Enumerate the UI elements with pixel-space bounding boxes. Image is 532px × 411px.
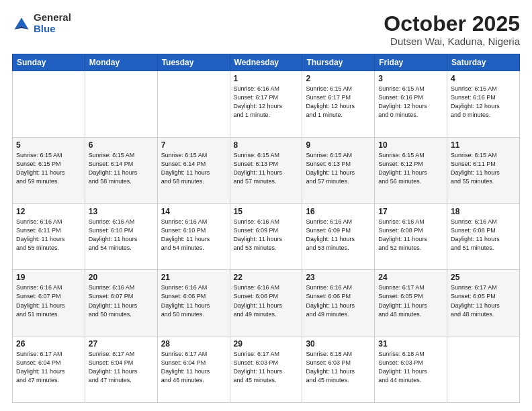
logo-icon <box>12 14 31 33</box>
day-number: 9 <box>306 140 371 150</box>
weekday-header-thursday: Thursday <box>302 54 375 71</box>
day-number: 12 <box>16 207 81 216</box>
day-number: 11 <box>451 140 516 150</box>
day-number: 20 <box>89 273 154 282</box>
day-info: Sunrise: 6:17 AMSunset: 6:04 PMDaylight:… <box>89 350 154 385</box>
logo-text: General Blue <box>34 12 71 34</box>
weekday-header-row: SundayMondayTuesdayWednesdayThursdayFrid… <box>13 54 520 71</box>
day-cell: 5Sunrise: 6:15 AMSunset: 6:15 PMDaylight… <box>13 137 85 203</box>
day-number: 27 <box>89 339 154 349</box>
day-number: 28 <box>161 339 226 349</box>
day-cell: 20Sunrise: 6:16 AMSunset: 6:07 PMDayligh… <box>85 270 157 336</box>
day-number: 16 <box>306 207 371 216</box>
day-info: Sunrise: 6:15 AMSunset: 6:16 PMDaylight:… <box>451 85 516 120</box>
day-info: Sunrise: 6:18 AMSunset: 6:03 PMDaylight:… <box>306 350 371 385</box>
logo-blue-text: Blue <box>34 24 71 35</box>
day-number: 2 <box>306 74 371 83</box>
weekday-header-tuesday: Tuesday <box>157 54 230 71</box>
calendar-table: SundayMondayTuesdayWednesdayThursdayFrid… <box>12 54 520 403</box>
day-number: 8 <box>234 140 299 150</box>
day-number: 7 <box>161 140 226 150</box>
day-cell: 16Sunrise: 6:16 AMSunset: 6:09 PMDayligh… <box>302 203 375 270</box>
day-cell: 1Sunrise: 6:16 AMSunset: 6:17 PMDaylight… <box>230 71 302 138</box>
weekday-header-sunday: Sunday <box>13 54 85 71</box>
day-number: 10 <box>378 140 443 150</box>
day-cell: 11Sunrise: 6:15 AMSunset: 6:11 PMDayligh… <box>447 137 520 203</box>
day-cell: 24Sunrise: 6:17 AMSunset: 6:05 PMDayligh… <box>375 270 447 336</box>
day-info: Sunrise: 6:17 AMSunset: 6:05 PMDaylight:… <box>451 283 516 318</box>
day-number: 24 <box>378 273 443 282</box>
weekday-header-wednesday: Wednesday <box>230 54 302 71</box>
day-cell: 27Sunrise: 6:17 AMSunset: 6:04 PMDayligh… <box>85 336 157 403</box>
day-cell: 9Sunrise: 6:15 AMSunset: 6:13 PMDaylight… <box>302 137 375 203</box>
day-info: Sunrise: 6:15 AMSunset: 6:16 PMDaylight:… <box>378 85 443 120</box>
week-row-2: 5Sunrise: 6:15 AMSunset: 6:15 PMDaylight… <box>13 137 520 203</box>
day-info: Sunrise: 6:17 AMSunset: 6:03 PMDaylight:… <box>234 350 299 385</box>
day-cell: 3Sunrise: 6:15 AMSunset: 6:16 PMDaylight… <box>375 71 447 138</box>
month-title: October 2025 <box>384 12 520 36</box>
day-number: 31 <box>378 339 443 349</box>
day-info: Sunrise: 6:15 AMSunset: 6:14 PMDaylight:… <box>161 151 226 186</box>
day-number: 4 <box>451 74 516 83</box>
day-info: Sunrise: 6:15 AMSunset: 6:13 PMDaylight:… <box>306 151 371 186</box>
logo: General Blue <box>12 12 71 34</box>
day-number: 18 <box>451 207 516 216</box>
week-row-5: 26Sunrise: 6:17 AMSunset: 6:04 PMDayligh… <box>13 336 520 403</box>
day-cell: 21Sunrise: 6:16 AMSunset: 6:06 PMDayligh… <box>157 270 230 336</box>
day-number: 19 <box>16 273 81 282</box>
day-cell: 15Sunrise: 6:16 AMSunset: 6:09 PMDayligh… <box>230 203 302 270</box>
day-info: Sunrise: 6:16 AMSunset: 6:10 PMDaylight:… <box>89 218 154 253</box>
location: Dutsen Wai, Kaduna, Nigeria <box>384 36 520 47</box>
logo-general-text: General <box>34 12 71 24</box>
day-number: 26 <box>16 339 81 349</box>
day-cell: 13Sunrise: 6:16 AMSunset: 6:10 PMDayligh… <box>85 203 157 270</box>
day-number: 29 <box>234 339 299 349</box>
day-number: 21 <box>161 273 226 282</box>
week-row-3: 12Sunrise: 6:16 AMSunset: 6:11 PMDayligh… <box>13 203 520 270</box>
day-info: Sunrise: 6:16 AMSunset: 6:08 PMDaylight:… <box>378 218 443 253</box>
day-cell: 2Sunrise: 6:15 AMSunset: 6:17 PMDaylight… <box>302 71 375 138</box>
day-cell: 26Sunrise: 6:17 AMSunset: 6:04 PMDayligh… <box>13 336 85 403</box>
day-cell: 19Sunrise: 6:16 AMSunset: 6:07 PMDayligh… <box>13 270 85 336</box>
day-info: Sunrise: 6:17 AMSunset: 6:05 PMDaylight:… <box>378 283 443 318</box>
day-info: Sunrise: 6:17 AMSunset: 6:04 PMDaylight:… <box>161 350 226 385</box>
day-info: Sunrise: 6:16 AMSunset: 6:17 PMDaylight:… <box>234 85 299 120</box>
weekday-header-saturday: Saturday <box>447 54 520 71</box>
day-number: 13 <box>89 207 154 216</box>
day-info: Sunrise: 6:16 AMSunset: 6:10 PMDaylight:… <box>161 218 226 253</box>
day-cell: 30Sunrise: 6:18 AMSunset: 6:03 PMDayligh… <box>302 336 375 403</box>
day-cell <box>13 71 85 138</box>
day-number: 14 <box>161 207 226 216</box>
day-number: 15 <box>234 207 299 216</box>
day-info: Sunrise: 6:15 AMSunset: 6:12 PMDaylight:… <box>378 151 443 186</box>
day-info: Sunrise: 6:16 AMSunset: 6:06 PMDaylight:… <box>161 283 226 318</box>
day-cell: 28Sunrise: 6:17 AMSunset: 6:04 PMDayligh… <box>157 336 230 403</box>
day-info: Sunrise: 6:16 AMSunset: 6:06 PMDaylight:… <box>306 283 371 318</box>
day-cell <box>157 71 230 138</box>
week-row-1: 1Sunrise: 6:16 AMSunset: 6:17 PMDaylight… <box>13 71 520 138</box>
day-cell: 8Sunrise: 6:15 AMSunset: 6:13 PMDaylight… <box>230 137 302 203</box>
day-cell: 22Sunrise: 6:16 AMSunset: 6:06 PMDayligh… <box>230 270 302 336</box>
day-info: Sunrise: 6:16 AMSunset: 6:07 PMDaylight:… <box>89 283 154 318</box>
day-number: 3 <box>378 74 443 83</box>
day-number: 22 <box>234 273 299 282</box>
day-info: Sunrise: 6:17 AMSunset: 6:04 PMDaylight:… <box>16 350 81 385</box>
day-info: Sunrise: 6:15 AMSunset: 6:15 PMDaylight:… <box>16 151 81 186</box>
day-number: 25 <box>451 273 516 282</box>
day-cell: 18Sunrise: 6:16 AMSunset: 6:08 PMDayligh… <box>447 203 520 270</box>
weekday-header-monday: Monday <box>85 54 157 71</box>
day-info: Sunrise: 6:16 AMSunset: 6:07 PMDaylight:… <box>16 283 81 318</box>
day-cell: 25Sunrise: 6:17 AMSunset: 6:05 PMDayligh… <box>447 270 520 336</box>
day-cell: 14Sunrise: 6:16 AMSunset: 6:10 PMDayligh… <box>157 203 230 270</box>
weekday-header-friday: Friday <box>375 54 447 71</box>
day-info: Sunrise: 6:16 AMSunset: 6:08 PMDaylight:… <box>451 218 516 253</box>
day-info: Sunrise: 6:15 AMSunset: 6:14 PMDaylight:… <box>89 151 154 186</box>
day-cell: 12Sunrise: 6:16 AMSunset: 6:11 PMDayligh… <box>13 203 85 270</box>
day-cell <box>447 336 520 403</box>
day-cell: 31Sunrise: 6:18 AMSunset: 6:03 PMDayligh… <box>375 336 447 403</box>
day-number: 23 <box>306 273 371 282</box>
day-cell: 23Sunrise: 6:16 AMSunset: 6:06 PMDayligh… <box>302 270 375 336</box>
day-info: Sunrise: 6:15 AMSunset: 6:13 PMDaylight:… <box>234 151 299 186</box>
day-info: Sunrise: 6:15 AMSunset: 6:17 PMDaylight:… <box>306 85 371 120</box>
day-info: Sunrise: 6:16 AMSunset: 6:09 PMDaylight:… <box>234 218 299 253</box>
